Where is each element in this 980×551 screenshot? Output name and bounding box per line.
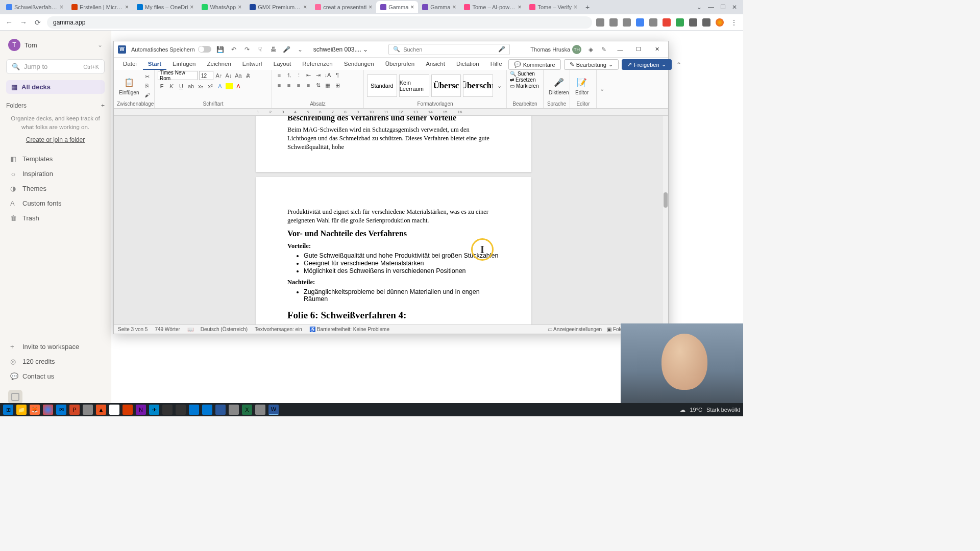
grow-font-icon[interactable]: A↑	[215, 71, 223, 80]
autosave-toggle[interactable]: Automatisches Speichern	[131, 46, 211, 53]
all-decks-nav[interactable]: ▦ All decks	[6, 80, 105, 94]
chevron-down-icon[interactable]: ⌄	[697, 4, 702, 11]
close-icon[interactable]: ✕	[732, 4, 737, 11]
taskbar-app-icon[interactable]	[162, 405, 173, 415]
superscript-icon[interactable]: x²	[206, 82, 214, 90]
weather-icon[interactable]: ☁	[680, 407, 685, 413]
align-center-icon[interactable]: ≡	[285, 81, 293, 89]
nav-invite[interactable]: +Invite to workspace	[6, 339, 105, 354]
jump-to-search[interactable]: 🔍 Jump to Ctrl+K	[6, 59, 105, 74]
taskbar-app-icon[interactable]	[109, 405, 119, 415]
create-folder-link[interactable]: Create or join a folder	[6, 136, 105, 143]
close-icon[interactable]: ×	[238, 4, 241, 11]
copy-icon[interactable]: ⎘	[143, 82, 151, 90]
multilevel-icon[interactable]: ⋮	[295, 71, 303, 79]
tab-dictation[interactable]: Dictation	[451, 59, 484, 70]
scrollbar-thumb[interactable]	[664, 192, 668, 208]
extension-icon[interactable]	[623, 18, 631, 27]
tab-start[interactable]: Start	[143, 59, 166, 70]
close-icon[interactable]: ×	[410, 4, 414, 11]
tab-einfuegen[interactable]: Einfügen	[167, 59, 201, 70]
outlook-icon[interactable]: ✉	[56, 405, 66, 415]
excel-icon[interactable]: X	[242, 405, 252, 415]
close-icon[interactable]: ×	[190, 4, 193, 11]
nav-templates[interactable]: ◧Templates	[6, 152, 105, 166]
extension-icon[interactable]	[702, 18, 710, 27]
font-name-combo[interactable]: Times New Rom	[158, 71, 198, 80]
weather-temp[interactable]: 19°C	[690, 407, 702, 413]
back-button[interactable]: ←	[4, 17, 14, 28]
telegram-icon[interactable]: ✈	[149, 405, 159, 415]
spellcheck-icon[interactable]: 📖	[187, 327, 193, 332]
shrink-font-icon[interactable]: A↓	[225, 71, 233, 80]
list-item[interactable]: Möglichkeit des Schweißens in verschiede…	[304, 267, 500, 274]
accessibility-status[interactable]: ♿ Barrierefreiheit: Keine Probleme	[309, 327, 389, 332]
tab-referenzen[interactable]: Referenzen	[297, 59, 337, 70]
tab-ansicht[interactable]: Ansicht	[421, 59, 450, 70]
cut-icon[interactable]: ✂	[143, 72, 151, 81]
list-item[interactable]: Gute Schweißqualität und hohe Produktivi…	[304, 252, 500, 259]
align-left-icon[interactable]: ≡	[275, 81, 283, 89]
style-heading2[interactable]: Überschr	[463, 74, 493, 97]
taskbar-app-icon[interactable]	[229, 405, 239, 415]
subscript-icon[interactable]: x₂	[197, 82, 205, 90]
browser-tab-active[interactable]: Gamma×	[376, 1, 418, 13]
font-color-icon[interactable]: A	[234, 82, 242, 90]
address-bar[interactable]: gamma.app	[47, 16, 592, 29]
tab-ueberpruefen[interactable]: Überprüfen	[380, 59, 420, 70]
save-icon[interactable]: 💾	[216, 45, 225, 54]
sort-icon[interactable]: ↓A	[324, 71, 332, 79]
powerpoint-icon[interactable]: P	[69, 405, 80, 415]
paragraph[interactable]: Produktivität und eignet sich für versch…	[287, 208, 500, 225]
align-right-icon[interactable]: ≡	[295, 81, 303, 89]
clear-format-icon[interactable]: A̷	[244, 71, 252, 80]
replace-button[interactable]: ⇄Ersetzen	[510, 77, 535, 83]
onenote-icon[interactable]: N	[136, 405, 146, 415]
word-taskbar-icon[interactable]: W	[268, 405, 279, 415]
browser-tab[interactable]: Tome – AI-powere×	[460, 1, 525, 13]
forward-button[interactable]: →	[18, 17, 29, 28]
editing-mode-button[interactable]: ✎Bearbeitung⌄	[564, 59, 619, 70]
ribbon-collapse-icon[interactable]: ⌄	[598, 85, 606, 93]
underline-icon[interactable]: U	[177, 82, 185, 90]
highlight-icon[interactable]	[226, 83, 233, 89]
mic-icon[interactable]: 🎤	[498, 46, 505, 53]
heading-large[interactable]: Folie 6: Schweißverfahren 4:	[287, 310, 500, 321]
nav-contact[interactable]: 💬Contact us	[6, 369, 105, 384]
shading-icon[interactable]: ▦	[324, 81, 332, 89]
font-size-combo[interactable]: 12	[199, 71, 213, 80]
mic-icon[interactable]: 🎤	[283, 45, 291, 54]
collapse-ribbon-icon[interactable]: ⌃	[675, 61, 683, 69]
outdent-icon[interactable]: ⇤	[304, 71, 312, 79]
paste-button[interactable]: 📋Einfügen	[117, 76, 141, 96]
tab-zeichnen[interactable]: Zeichnen	[202, 59, 236, 70]
close-icon[interactable]: ×	[303, 4, 307, 11]
heading[interactable]: Beschreibung des Verfahrens und seiner V…	[287, 116, 500, 122]
bullets-icon[interactable]: ≡	[275, 71, 283, 79]
minimize-icon[interactable]: —	[708, 4, 714, 11]
touch-mode-icon[interactable]: ☟	[256, 45, 264, 54]
browser-tab[interactable]: Tome – Verify×	[525, 1, 581, 13]
word-search-box[interactable]: 🔍 🎤	[388, 44, 510, 55]
taskbar-app-icon[interactable]	[202, 405, 212, 415]
taskbar-app-icon[interactable]	[255, 405, 265, 415]
language-indicator[interactable]: Deutsch (Österreich)	[201, 327, 248, 332]
browser-tab[interactable]: Erstellen | Microsof×	[67, 1, 133, 13]
maximize-icon[interactable]: ☐	[720, 4, 726, 11]
extension-icon[interactable]	[676, 18, 684, 27]
extension-icon[interactable]	[649, 18, 657, 27]
user-badge[interactable]: Thomas Hruska TH	[530, 45, 581, 54]
list-item[interactable]: Geeignet für verschiedene Materialstärke…	[304, 260, 500, 267]
extension-icon[interactable]	[636, 18, 644, 27]
minimize-button[interactable]: —	[613, 44, 627, 55]
browser-tab[interactable]: Schweißverfahren×	[2, 1, 67, 13]
redo-icon[interactable]: ↷	[243, 45, 251, 54]
browser-tab[interactable]: WhatsApp×	[198, 1, 246, 13]
italic-icon[interactable]: K	[167, 82, 176, 90]
justify-icon[interactable]: ≡	[304, 81, 312, 89]
taskbar-app-icon[interactable]	[83, 405, 93, 415]
close-icon[interactable]: ×	[452, 4, 456, 11]
borders-icon[interactable]: ⊞	[333, 81, 341, 89]
toggle-switch[interactable]	[198, 46, 211, 53]
dictate-button[interactable]: 🎤Diktieren	[547, 76, 571, 96]
